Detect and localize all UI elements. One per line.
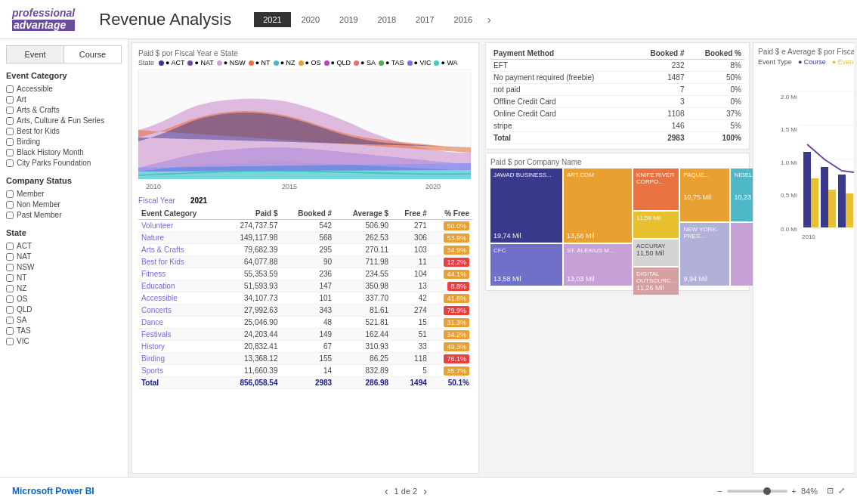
table-row: Concerts 27,992.63 343 81.61 274 79.9% (138, 305, 472, 317)
payment-table-row: EFT2328% (490, 60, 744, 72)
event-category-filter: Event Category Accessible Art Arts & Cra… (6, 71, 122, 167)
filter-act[interactable]: ACT (6, 242, 122, 250)
year-tabs: 2021 2020 2019 2018 2017 2016 › (254, 12, 496, 27)
treemap-item-jawad: JAWAD BUSINESS... 19,74 Mil (490, 169, 562, 243)
logo: professional advantage (12, 8, 84, 31)
fit-screen-icon[interactable]: ⊡ (827, 486, 834, 496)
table-body: Volunteer 274,737.57 542 506.90 271 50.0… (138, 220, 472, 389)
fullscreen-icon[interactable]: ⤢ (838, 486, 845, 496)
filter-tas[interactable]: TAS (6, 326, 122, 335)
year-tab-2021[interactable]: 2021 (254, 12, 290, 27)
year-tab-2017[interactable]: 2017 (407, 12, 443, 27)
payment-table-row: No payment required (freebie)148750% (490, 72, 744, 84)
svg-text:0.5 Mi: 0.5 Mi (781, 192, 797, 199)
treemap-item-cfc: CFC 13,58 Mil (490, 244, 562, 286)
table-row: Nature 149,117.98 568 262.53 306 53.9% (138, 232, 472, 244)
payment-col-booked-pct: Booked % (688, 48, 745, 60)
filter-non-member[interactable]: Non Member (6, 200, 122, 209)
state-filter: State ACT NAT NSW NT NZ OS QLD SA TAS VI… (6, 228, 122, 345)
year-tab-2020[interactable]: 2020 (292, 12, 329, 27)
table-row: Best for Kids 64,077.88 90 711.98 11 12.… (138, 256, 472, 268)
zoom-minus-icon[interactable]: − (717, 487, 722, 496)
right-right-column: Paid $ e Average $ por Fiscal Year e Eve… (753, 42, 854, 474)
col-free: Free # (391, 208, 430, 220)
tab-event[interactable]: Event (6, 45, 63, 63)
payment-col-booked-num: Booked # (633, 48, 687, 60)
filter-os[interactable]: OS (6, 295, 122, 303)
filter-past-member[interactable]: Past Member (6, 211, 122, 219)
table-header-row: Event Category Paid $ Booked # Average $… (138, 208, 472, 220)
legend-vic: ● VIC (407, 59, 432, 66)
event-category-title: Event Category (6, 71, 122, 80)
zoom-controls: − + 84% ⊡ ⤢ (717, 486, 845, 496)
year-chevron-right[interactable]: › (483, 12, 496, 27)
table-row: Sports 11,660.39 14 832.89 5 35.7% (138, 365, 472, 377)
area-chart-svg: 2010 2015 2020 (138, 70, 471, 190)
filter-nat[interactable]: NAT (6, 252, 122, 261)
filter-arts-culture[interactable]: Arts, Culture & Fun Series (6, 116, 122, 125)
year-tab-2016[interactable]: 2016 (445, 12, 481, 27)
zoom-slider[interactable] (727, 490, 787, 493)
table-row: Birding 13,368.12 155 86.25 118 76.1% (138, 353, 472, 365)
state-label: State (138, 59, 154, 66)
treemap-item-st-alexius: ST. ALEXIUS M... 13,03 Mil (564, 244, 632, 286)
filter-vic[interactable]: VIC (6, 337, 122, 345)
tab-course[interactable]: Course (63, 45, 122, 63)
fiscal-table: Fiscal Year 2021 Event Category Paid $ B… (138, 196, 472, 467)
svg-rect-20 (828, 190, 836, 227)
svg-text:1.5 Mi: 1.5 Mi (781, 126, 797, 133)
bar-chart-legend: Event Type ● Course ● Event — Average $ (758, 58, 854, 66)
area-chart-title: Paid $ por Fiscal Year e State (138, 49, 472, 57)
filter-accessible[interactable]: Accessible (6, 85, 122, 93)
zoom-plus-icon[interactable]: + (792, 487, 797, 496)
treemap-item-digital: DIGITAL OUTSOURC... 11,26 Mil (633, 267, 679, 295)
table-row: Festivals 24,203.44 149 162.44 51 34.2% (138, 329, 472, 341)
powerbi-brand[interactable]: Microsoft Power BI (12, 486, 94, 496)
footer: Microsoft Power BI ‹ 1 de 2 › − + 84% ⊡ … (0, 477, 857, 504)
left-panel: Paid $ por Fiscal Year e State State ● A… (131, 42, 479, 474)
svg-text:2010: 2010 (146, 183, 161, 190)
filter-best-for-kids[interactable]: Best for Kids (6, 127, 122, 135)
filter-nt[interactable]: NT (6, 274, 122, 282)
filter-member[interactable]: Member (6, 190, 122, 198)
logo-text-professional: professional (12, 8, 75, 19)
filter-sa[interactable]: SA (6, 316, 122, 324)
filter-art[interactable]: Art (6, 95, 122, 104)
treemap-item-new-york: NEW YORK-PRES... 9,94 Mil (680, 223, 729, 286)
filter-black-history[interactable]: Black History Month (6, 148, 122, 156)
treemap-item-paque: PAQUE... 10,75 Mil (680, 169, 729, 221)
legend-nsw: ● NSW (217, 59, 246, 66)
svg-rect-22 (846, 193, 853, 227)
treemap-container: Paid $ por Company Name JAWAD BUSINESS..… (485, 153, 750, 291)
treemap-item-accuray: 11,58 Mil (633, 212, 679, 238)
page-title: Revenue Analysis (99, 10, 231, 29)
legend-sa: ● SA (354, 59, 376, 66)
year-tab-2018[interactable]: 2018 (369, 12, 405, 27)
filter-nsw[interactable]: NSW (6, 263, 122, 271)
filter-nz[interactable]: NZ (6, 284, 122, 292)
svg-text:2020: 2020 (425, 183, 441, 190)
fiscal-year-label: Fiscal Year (138, 196, 175, 205)
year-tab-2019[interactable]: 2019 (330, 12, 367, 27)
payment-col-method: Payment Method (490, 48, 633, 60)
zoom-slider-thumb[interactable] (763, 487, 771, 495)
filter-qld[interactable]: QLD (6, 305, 122, 314)
bar-chart-title: Paid $ e Average $ por Fiscal Year e Eve… (758, 48, 854, 56)
table-row: Education 51,593.93 147 350.98 13 8.8% (138, 280, 472, 292)
table-row: History 20,832.41 67 310.93 33 49.3% (138, 341, 472, 353)
legend-nat: ● NAT (187, 59, 213, 66)
table-total-row: Total 856,058.54 2983 286.98 1494 50.1% (138, 377, 472, 389)
payment-table-row: stripe1465% (490, 120, 744, 132)
logo-text-advantage: advantage (12, 20, 75, 31)
payment-table-row: Offline Credit Card30% (490, 96, 744, 108)
legend-qld: ● QLD (324, 59, 351, 66)
filter-birding[interactable]: Birding (6, 138, 122, 146)
filter-city-parks[interactable]: City Parks Foundation (6, 159, 122, 167)
area-chart: Paid $ por Fiscal Year e State State ● A… (138, 49, 472, 192)
filter-arts-crafts[interactable]: Arts & Crafts (6, 106, 122, 114)
table-row: Accessible 34,107.73 101 337.70 42 41.6% (138, 292, 472, 305)
legend-nz: ● NZ (274, 59, 295, 66)
prev-page-button[interactable]: ‹ (385, 485, 388, 497)
next-page-button[interactable]: › (423, 485, 427, 497)
fiscal-year-header: Fiscal Year 2021 (138, 196, 472, 205)
